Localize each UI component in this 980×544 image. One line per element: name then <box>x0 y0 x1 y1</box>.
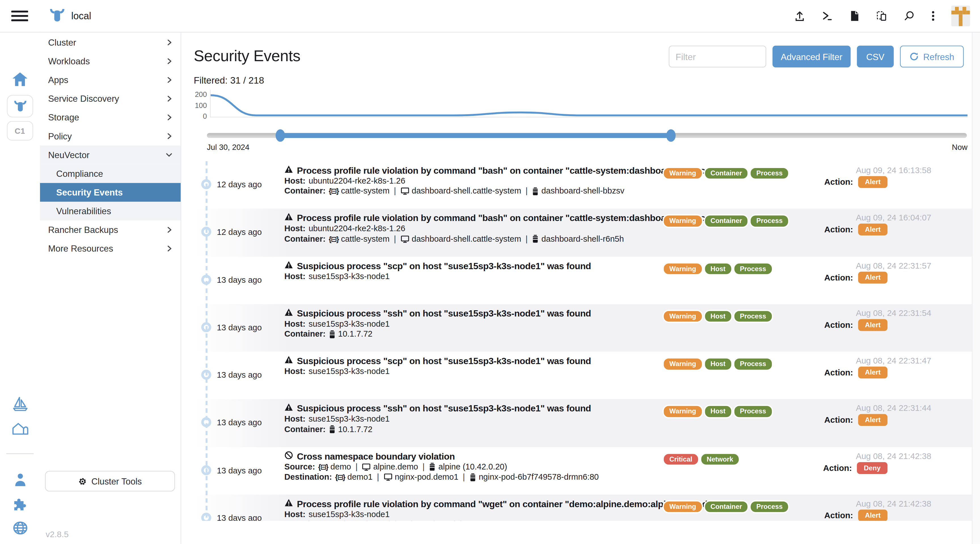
event-detail-line: Container:{⊟}demo|alpine.demo|alpine <box>285 520 720 521</box>
slider-handle-start[interactable] <box>275 129 285 142</box>
namespace-icon: {⊟} <box>318 462 328 472</box>
refresh-icon <box>909 52 919 61</box>
event-action-badge: Alert <box>858 510 888 521</box>
harvester-icon[interactable] <box>0 420 40 436</box>
cluster-tools-button[interactable]: Cluster Tools <box>45 471 175 492</box>
warning-icon <box>285 355 293 367</box>
y-axis-tick: 200 <box>182 90 207 98</box>
sidebar-item-rancher-backups[interactable]: Rancher Backups <box>40 220 181 239</box>
refresh-button[interactable]: Refresh <box>900 46 964 67</box>
version-label: v2.8.5 <box>46 530 68 539</box>
security-event-row[interactable]: 13 days ago Suspicious process "ssh" on … <box>194 304 972 352</box>
event-relative-time: 13 days ago <box>217 418 262 428</box>
pod-icon <box>469 473 476 481</box>
security-event-row[interactable]: 13 days ago Suspicious process "ssh" on … <box>194 399 972 447</box>
warning-icon <box>285 403 293 414</box>
event-action-label: Action: <box>824 225 853 234</box>
event-badges: WarningContainerProcess <box>662 214 789 228</box>
security-event-row[interactable]: 12 days ago Process profile rule violati… <box>194 209 972 257</box>
security-event-row[interactable]: 13 days ago Cross namespace boundary vio… <box>194 447 972 495</box>
csv-button[interactable]: CSV <box>857 46 894 67</box>
extensions-puzzle-icon[interactable] <box>0 497 40 512</box>
event-title: Suspicious process "scp" on host "suse15… <box>285 260 591 271</box>
chevron-right-icon <box>165 114 173 121</box>
search-icon[interactable] <box>903 10 915 22</box>
badge-process: Process <box>749 500 789 514</box>
sidebar-item-apps[interactable]: Apps <box>40 71 181 89</box>
filter-input[interactable] <box>669 46 766 67</box>
cluster-c1-button[interactable]: C1 <box>0 121 40 141</box>
event-detail-line: Container:10.1.7.72 <box>285 329 591 339</box>
sidebar-item-policy[interactable]: Policy <box>40 127 181 145</box>
event-action: Action: Alert <box>824 271 888 283</box>
user-avatar[interactable] <box>951 6 970 26</box>
badge-warning: Warning <box>662 310 703 323</box>
time-range-slider[interactable] <box>207 133 967 138</box>
badge-container: Container <box>703 214 749 228</box>
sidebar-item-security-events[interactable]: Security Events <box>40 183 181 202</box>
event-action-label: Action: <box>824 368 853 377</box>
sidebar-item-vulnerabilities[interactable]: Vulnerabilities <box>40 202 181 220</box>
globe-icon[interactable] <box>0 521 40 535</box>
event-relative-time: 13 days ago <box>217 514 262 521</box>
advanced-filter-button[interactable]: Advanced Filter <box>772 46 851 67</box>
warning-icon <box>285 308 293 319</box>
vertical-scrollbar[interactable] <box>972 32 980 544</box>
badge-process: Process <box>733 262 773 275</box>
import-yaml-icon[interactable] <box>876 10 888 22</box>
cluster-name[interactable]: local <box>71 11 91 22</box>
left-rail: C1 About <box>0 32 41 544</box>
kebab-menu-icon[interactable] <box>931 10 936 22</box>
upload-icon[interactable] <box>794 10 806 22</box>
event-action-label: Action: <box>824 416 853 425</box>
badge-process: Process <box>749 214 789 228</box>
sidebar-item-compliance[interactable]: Compliance <box>40 164 181 183</box>
chevron-right-icon <box>165 132 173 140</box>
event-relative-time: 13 days ago <box>217 323 262 332</box>
sidebar-item-neuvector[interactable]: NeuVector <box>40 146 181 164</box>
event-action-label: Action: <box>823 463 852 473</box>
security-event-row[interactable]: 13 days ago Suspicious process "scp" on … <box>194 257 972 304</box>
security-event-row[interactable]: 13 days ago Process profile rule violati… <box>194 495 972 521</box>
security-event-row[interactable]: 12 days ago Process profile rule violati… <box>194 161 972 209</box>
warning-icon <box>285 165 293 176</box>
event-detail-line: Host:ubuntu2204-rke2-k8s-1.26 <box>285 176 720 186</box>
sidebar-item-cluster[interactable]: Cluster <box>40 33 181 52</box>
event-action: Action: Deny <box>823 462 888 474</box>
workload-icon <box>362 463 371 471</box>
fleet-sailboat-icon[interactable] <box>0 395 40 411</box>
event-badges: WarningHostProcess <box>662 357 773 371</box>
event-detail-line: Host:ubuntu2204-rke2-k8s-1.26 <box>285 224 720 234</box>
slider-range-fill <box>280 133 671 138</box>
cluster-local-button[interactable] <box>0 95 40 117</box>
badge-critical: Critical <box>662 452 699 466</box>
event-action-label: Action: <box>824 273 853 282</box>
event-title: Suspicious process "ssh" on host "suse15… <box>285 308 591 319</box>
sidebar-item-storage[interactable]: Storage <box>40 108 181 127</box>
namespace-icon: {⊟} <box>329 234 338 244</box>
kubectl-shell-icon[interactable] <box>821 10 833 22</box>
sidebar-item-service-discovery[interactable]: Service Discovery <box>40 89 181 108</box>
event-action-badge: Alert <box>858 271 888 283</box>
slider-handle-end[interactable] <box>666 129 675 142</box>
event-detail-line: Container:{⊟}cattle-system|dashboard-she… <box>285 234 720 244</box>
security-event-row[interactable]: 13 days ago Suspicious process "scp" on … <box>194 352 972 399</box>
chevron-right-icon <box>165 76 173 84</box>
home-icon[interactable] <box>0 72 40 87</box>
file-icon[interactable] <box>849 10 860 22</box>
sidebar-item-workloads[interactable]: Workloads <box>40 52 181 71</box>
app-root: local <box>0 0 980 544</box>
sidebar-item-more-resources[interactable]: More Resources <box>40 239 181 258</box>
event-action: Action: Alert <box>824 510 888 521</box>
event-relative-time: 12 days ago <box>217 180 262 189</box>
ban-icon <box>285 451 293 462</box>
rail-divider <box>6 453 34 454</box>
event-title: Process profile rule violation by comman… <box>285 498 720 510</box>
user-icon[interactable] <box>0 472 40 487</box>
badge-container: Container <box>703 167 749 180</box>
badge-warning: Warning <box>662 405 703 418</box>
hamburger-menu-icon[interactable] <box>11 11 29 21</box>
workload-icon <box>400 187 409 196</box>
cluster-tools-label: Cluster Tools <box>91 476 142 486</box>
rancher-logo[interactable] <box>48 7 66 27</box>
